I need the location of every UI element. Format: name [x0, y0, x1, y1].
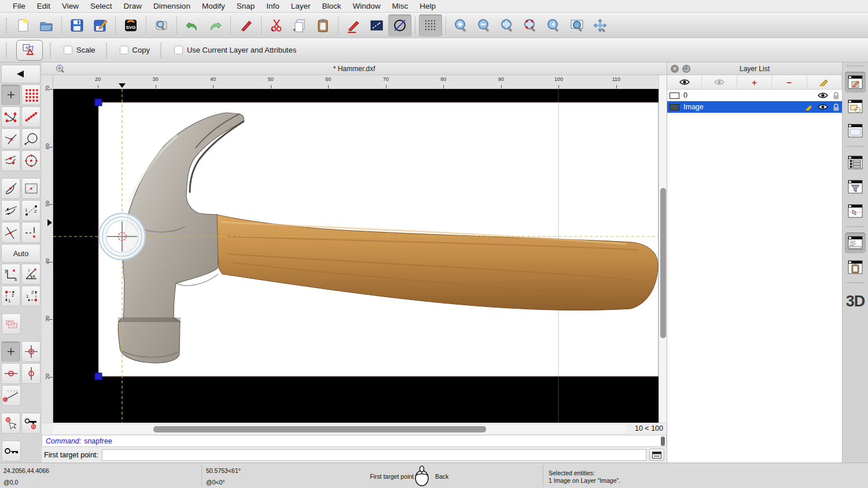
restrict-nothing-button[interactable] [1, 341, 20, 362]
lock-relative-zero-button[interactable] [21, 413, 41, 434]
dock-library-browser-button[interactable] [845, 120, 866, 141]
redo-button[interactable] [204, 14, 227, 36]
dock-property-editor-button[interactable] [845, 152, 866, 173]
dock-layer-list-button[interactable] [845, 72, 866, 93]
layer-0-visibility-icon[interactable] [818, 92, 828, 99]
snap-intersection-button[interactable] [1, 222, 20, 243]
scale-checkbox-box[interactable] [64, 46, 72, 54]
add-layer-button[interactable]: + [737, 75, 772, 89]
copy-button[interactable]: + [288, 14, 311, 36]
delete-button[interactable] [234, 14, 258, 36]
new-file-button[interactable] [12, 14, 35, 36]
menu-snap[interactable]: Snap [231, 0, 261, 13]
use-layer-checkbox[interactable]: Use Current Layer and Attributes [174, 46, 296, 54]
menu-help[interactable]: Help [414, 0, 442, 13]
restrict-horizontal-button[interactable] [1, 363, 20, 384]
coordinate-polar-button[interactable]: ra [21, 264, 41, 284]
snap-grid-button[interactable] [21, 84, 41, 105]
dock-clipboard-button[interactable] [845, 257, 866, 278]
save-as-button[interactable] [89, 14, 112, 36]
open-file-button[interactable] [35, 14, 58, 36]
snap-endpoints-button[interactable] [1, 106, 20, 127]
zoom-in-button[interactable] [450, 14, 473, 36]
snap-auto-button[interactable]: Auto [1, 244, 41, 263]
menu-draw[interactable]: Draw [118, 0, 148, 13]
active-tool-button[interactable] [16, 40, 43, 61]
restrict-angle-button[interactable] [1, 200, 20, 221]
menu-edit[interactable]: Edit [31, 0, 56, 13]
snap-intersection-manual-button[interactable] [21, 222, 41, 243]
layer-image-edit-icon[interactable] [805, 103, 813, 110]
svg-export-button[interactable]: SVG [119, 14, 142, 36]
coordinate-cartesian-button[interactable]: yx [1, 264, 20, 284]
menu-info[interactable]: Info [260, 0, 285, 13]
command-history[interactable]: Command: snapfree [42, 435, 667, 447]
drawing-canvas[interactable] [53, 89, 659, 423]
document-titlebar[interactable]: * Hammer.dxf [42, 62, 667, 75]
snap-center-button[interactable] [21, 150, 41, 171]
grid-toggle-button[interactable] [419, 14, 442, 36]
layer-row-0[interactable]: 0 [667, 90, 842, 101]
line-tool-button[interactable] [365, 14, 388, 36]
snap-perpendicular-button[interactable] [1, 128, 20, 149]
show-all-layers-button[interactable] [667, 75, 702, 89]
zoom-auto-button[interactable] [496, 14, 519, 36]
layer-panel-close-button[interactable]: ✕ [671, 65, 679, 73]
dock-drag-handle[interactable] [847, 65, 863, 69]
set-relative-zero-button[interactable] [1, 413, 20, 434]
command-history-scrollbar[interactable] [661, 437, 665, 446]
options-drag-handle[interactable] [6, 43, 9, 58]
menu-misc[interactable]: Misc [387, 0, 414, 13]
corner-point-a-button[interactable]: 12 [1, 286, 20, 306]
menu-view[interactable]: View [56, 0, 84, 13]
layer-image-lock-icon[interactable] [833, 103, 840, 111]
horizontal-scrollbar[interactable] [53, 425, 626, 434]
vertical-scrollbar-thumb[interactable] [660, 188, 666, 338]
copy-checkbox-box[interactable] [120, 46, 128, 54]
save-button[interactable] [65, 14, 89, 36]
snap-two-points-button[interactable]: 12 [21, 200, 41, 221]
menu-window[interactable]: Window [347, 0, 387, 13]
toolbar-drag-handle[interactable] [6, 18, 9, 33]
menu-modify[interactable]: Modify [196, 0, 231, 13]
restrict-both-button[interactable] [21, 341, 41, 362]
layer-image-visibility-icon[interactable] [818, 103, 828, 110]
zoom-previous-button[interactable] [519, 14, 542, 36]
menu-file[interactable]: File [7, 0, 31, 13]
hide-all-layers-button[interactable] [702, 75, 737, 89]
menu-select[interactable]: Select [84, 0, 118, 13]
dock-pattern-viewer-button[interactable] [845, 201, 866, 221]
snap-tangent-button[interactable] [1, 178, 20, 199]
dock-command-line-button[interactable] [845, 232, 866, 253]
zoom-back-button[interactable] [542, 14, 565, 36]
use-layer-checkbox-box[interactable] [174, 46, 183, 54]
layer-panel-undock-button[interactable]: ❏ [682, 65, 690, 73]
dock-3d-label[interactable]: 3D [846, 293, 865, 310]
menu-layer[interactable]: Layer [285, 0, 317, 13]
cut-button[interactable]: + [265, 14, 288, 36]
relative-zero-button[interactable] [2, 441, 21, 461]
horizontal-scrollbar-thumb[interactable] [153, 426, 486, 432]
menu-block[interactable]: Block [317, 0, 347, 13]
remove-layer-button[interactable]: − [772, 75, 807, 89]
snap-free-button[interactable] [1, 84, 20, 105]
selection-handle-top-left[interactable] [95, 99, 102, 106]
keyboard-toggle-button[interactable] [649, 449, 664, 461]
zoom-pan-button[interactable] [589, 14, 612, 36]
ellipse-tool-button[interactable] [388, 14, 411, 36]
print-preview-button[interactable] [150, 14, 173, 36]
paste-button[interactable] [311, 14, 334, 36]
zoom-out-button[interactable] [473, 14, 496, 36]
scale-checkbox[interactable]: Scale [64, 46, 95, 54]
dock-block-list-button[interactable] [845, 96, 866, 117]
snap-reference-button[interactable] [21, 178, 41, 199]
layer-0-lock-icon[interactable] [833, 92, 840, 99]
vertical-scrollbar[interactable] [659, 75, 667, 423]
selection-handle-bottom-left[interactable] [95, 373, 102, 380]
menu-dimension[interactable]: Dimension [148, 0, 196, 13]
corner-point-b-button[interactable]: 12 [21, 286, 41, 306]
snap-on-entity-button[interactable] [21, 106, 41, 127]
snap-middle-button[interactable] [1, 150, 20, 171]
zoom-window-button[interactable] [565, 14, 589, 36]
copy-checkbox[interactable]: Copy [120, 46, 150, 54]
